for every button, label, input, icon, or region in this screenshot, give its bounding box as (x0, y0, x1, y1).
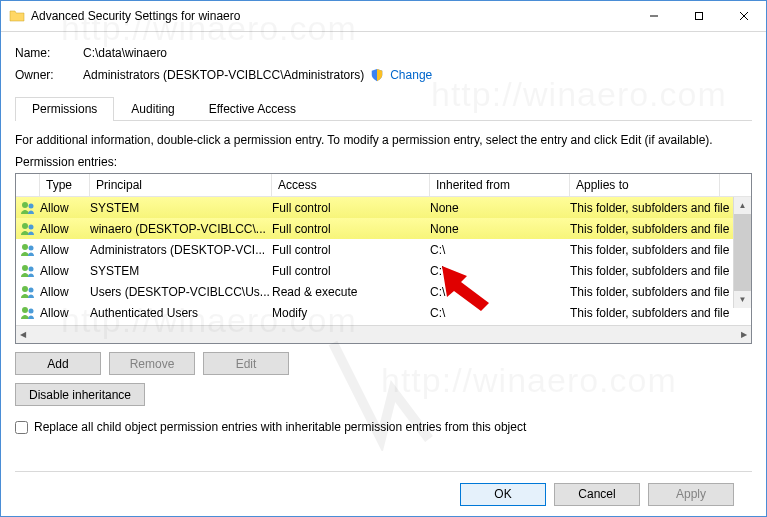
add-button[interactable]: Add (15, 352, 101, 375)
scroll-thumb[interactable] (734, 214, 751, 291)
col-access[interactable]: Access (272, 174, 430, 196)
svg-point-7 (29, 224, 34, 229)
close-button[interactable] (721, 2, 766, 31)
svg-point-14 (22, 307, 28, 313)
ok-button[interactable]: OK (460, 483, 546, 506)
cell-inherited: None (430, 222, 570, 236)
svg-point-9 (29, 245, 34, 250)
disable-inheritance-button[interactable]: Disable inheritance (15, 383, 145, 406)
scroll-up-icon[interactable]: ▲ (734, 197, 751, 214)
cell-applies: This folder, subfolders and file (570, 264, 720, 278)
cell-inherited: C:\ (430, 285, 570, 299)
cell-principal: Users (DESKTOP-VCIBLCC\Us... (90, 285, 272, 299)
dialog-footer: OK Cancel Apply (15, 471, 752, 516)
svg-point-8 (22, 244, 28, 250)
table-row[interactable]: AllowUsers (DESKTOP-VCIBLCC\Us...Read & … (16, 281, 751, 302)
cell-type: Allow (40, 201, 90, 215)
cell-inherited: C:\ (430, 306, 570, 320)
svg-point-4 (22, 202, 28, 208)
replace-children-label: Replace all child object permission entr… (34, 420, 526, 434)
name-label: Name: (15, 46, 83, 60)
svg-point-6 (22, 223, 28, 229)
horizontal-scrollbar[interactable]: ◀ ▶ (16, 325, 751, 343)
replace-children-checkbox[interactable] (15, 421, 28, 434)
principal-icon (16, 305, 40, 321)
col-type[interactable]: Type (40, 174, 90, 196)
cell-access: Read & execute (272, 285, 430, 299)
info-text: For additional information, double-click… (15, 133, 752, 147)
principal-icon (16, 221, 40, 237)
cell-access: Full control (272, 264, 430, 278)
edit-button[interactable]: Edit (203, 352, 289, 375)
svg-point-13 (29, 287, 34, 292)
cell-inherited: C:\ (430, 243, 570, 257)
table-row[interactable]: AllowSYSTEMFull controlC:\This folder, s… (16, 260, 751, 281)
cell-access: Full control (272, 222, 430, 236)
cell-applies: This folder, subfolders and file (570, 243, 720, 257)
cell-principal: SYSTEM (90, 201, 272, 215)
table-row[interactable]: AllowAdministrators (DESKTOP-VCI...Full … (16, 239, 751, 260)
change-owner-link[interactable]: Change (390, 68, 432, 82)
folder-icon (9, 8, 25, 24)
tab-permissions[interactable]: Permissions (15, 97, 114, 121)
security-settings-window: http://winaero.com http://winaero.com ht… (0, 0, 767, 517)
cell-type: Allow (40, 243, 90, 257)
scroll-left-icon[interactable]: ◀ (20, 330, 26, 339)
tab-effective-access[interactable]: Effective Access (192, 97, 313, 121)
scroll-down-icon[interactable]: ▼ (734, 291, 751, 308)
cell-inherited: C:\ (430, 264, 570, 278)
name-value: C:\data\winaero (83, 46, 167, 60)
cell-principal: winaero (DESKTOP-VCIBLCC\... (90, 222, 272, 236)
shield-icon (370, 68, 384, 82)
cell-principal: Authenticated Users (90, 306, 272, 320)
col-applies[interactable]: Applies to (570, 174, 720, 196)
cell-principal: Administrators (DESKTOP-VCI... (90, 243, 272, 257)
table-row[interactable]: AllowAuthenticated UsersModifyC:\This fo… (16, 302, 751, 323)
cell-principal: SYSTEM (90, 264, 272, 278)
table-row[interactable]: Allowwinaero (DESKTOP-VCIBLCC\...Full co… (16, 218, 751, 239)
replace-children-row: Replace all child object permission entr… (15, 420, 752, 434)
cancel-button[interactable]: Cancel (554, 483, 640, 506)
svg-point-11 (29, 266, 34, 271)
window-title: Advanced Security Settings for winaero (31, 9, 631, 23)
entries-label: Permission entries: (15, 155, 752, 169)
entry-buttons: Add Remove Edit (15, 352, 752, 375)
owner-label: Owner: (15, 68, 83, 82)
cell-applies: This folder, subfolders and file (570, 285, 720, 299)
inheritance-buttons: Disable inheritance (15, 383, 752, 406)
grid-body: AllowSYSTEMFull controlNoneThis folder, … (16, 197, 751, 325)
cell-type: Allow (40, 222, 90, 236)
svg-point-15 (29, 308, 34, 313)
owner-value: Administrators (DESKTOP-VCIBLCC\Administ… (83, 68, 364, 82)
tab-auditing[interactable]: Auditing (114, 97, 191, 121)
remove-button[interactable]: Remove (109, 352, 195, 375)
tab-strip: Permissions Auditing Effective Access (15, 96, 752, 121)
titlebar: Advanced Security Settings for winaero (1, 1, 766, 32)
cell-type: Allow (40, 285, 90, 299)
cell-access: Full control (272, 201, 430, 215)
permissions-grid[interactable]: Type Principal Access Inherited from App… (15, 173, 752, 344)
cell-type: Allow (40, 264, 90, 278)
svg-point-5 (29, 203, 34, 208)
maximize-button[interactable] (676, 2, 721, 31)
col-principal[interactable]: Principal (90, 174, 272, 196)
cell-access: Modify (272, 306, 430, 320)
principal-icon (16, 284, 40, 300)
cell-access: Full control (272, 243, 430, 257)
apply-button[interactable]: Apply (648, 483, 734, 506)
cell-type: Allow (40, 306, 90, 320)
svg-point-12 (22, 286, 28, 292)
table-row[interactable]: AllowSYSTEMFull controlNoneThis folder, … (16, 197, 751, 218)
minimize-button[interactable] (631, 2, 676, 31)
grid-header[interactable]: Type Principal Access Inherited from App… (16, 174, 751, 197)
svg-rect-1 (695, 13, 702, 20)
scroll-right-icon[interactable]: ▶ (741, 330, 747, 339)
vertical-scrollbar[interactable]: ▲ ▼ (733, 197, 751, 308)
owner-row: Owner: Administrators (DESKTOP-VCIBLCC\A… (15, 64, 752, 86)
client-area: Name: C:\data\winaero Owner: Administrat… (1, 32, 766, 516)
principal-icon (16, 263, 40, 279)
svg-point-10 (22, 265, 28, 271)
cell-inherited: None (430, 201, 570, 215)
cell-applies: This folder, subfolders and file (570, 201, 720, 215)
col-inherited[interactable]: Inherited from (430, 174, 570, 196)
